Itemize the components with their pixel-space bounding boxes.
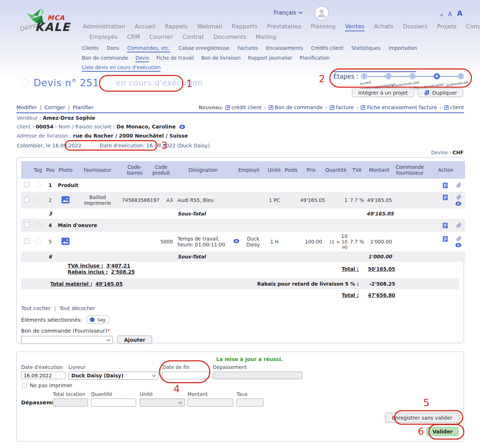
subnav-bon-de-commande[interactable]: Bon de commande	[82, 55, 128, 62]
subnav-clients[interactable]: Clients	[82, 45, 99, 52]
subnav-bon-de-livraison[interactable]: Bon de livraison	[201, 55, 241, 62]
attachment-icon[interactable]	[456, 182, 461, 188]
view-client-icon[interactable]	[179, 124, 185, 130]
new-bon-de-commande-link[interactable]: Bon de commande	[269, 104, 323, 110]
row-checkbox[interactable]	[24, 182, 29, 187]
taux-input[interactable]	[237, 399, 263, 407]
new-client-link[interactable]: client	[444, 104, 464, 110]
new-fiche-encaissement-link[interactable]: Fiche encaissement facture	[361, 104, 437, 110]
validate-button[interactable]: Valider	[427, 427, 459, 436]
app-logo[interactable]: MCA KALE Démo	[19, 7, 81, 37]
nav-dossiers[interactable]: Dossiers	[403, 23, 427, 31]
save-without-validate-button[interactable]: Enregistrer sans valider	[385, 413, 459, 423]
attachment-icon[interactable]	[456, 236, 461, 242]
adresse-value: rue du Rocher / 2000 Neuchâtel / Suisse	[73, 133, 188, 139]
nav-projets[interactable]: Projets	[437, 23, 457, 31]
new-facture-link[interactable]: facture	[330, 104, 354, 110]
modifier-link[interactable]: Modifier	[16, 104, 37, 110]
attachment-icon[interactable]	[456, 194, 461, 200]
row-quantite: 1	[323, 192, 349, 209]
photo-thumbnail-icon[interactable]	[62, 238, 70, 245]
avatar[interactable]	[314, 6, 329, 21]
row-detail-icon[interactable]	[443, 236, 448, 242]
subnav-planification[interactable]: Planification	[299, 55, 330, 62]
language-selector[interactable]: Français	[274, 9, 303, 16]
row-detail-icon[interactable]	[443, 182, 448, 189]
date-fin-input[interactable]	[162, 372, 209, 379]
check-all-link[interactable]: Tout cocher	[21, 305, 51, 311]
subnav-devis[interactable]: Devis	[135, 55, 149, 62]
nav-rapports[interactable]: Rapports	[231, 23, 257, 31]
planifier-link[interactable]: Planifier	[73, 104, 94, 110]
row-radio[interactable]	[35, 197, 41, 202]
top-buttons: Intégrer à un projet Dupliquer	[352, 88, 463, 97]
nav-courrier[interactable]: Courrier	[149, 34, 172, 41]
row-checkbox[interactable]	[24, 197, 29, 202]
font-size-small[interactable]: A	[440, 13, 443, 17]
nav-contrat[interactable]: Contrat	[182, 34, 204, 41]
attachment-icon[interactable]	[456, 222, 461, 228]
photo-thumbnail-icon[interactable]	[62, 196, 70, 203]
row-pos: 2	[44, 192, 57, 209]
nav-accueil[interactable]: Accueil	[135, 23, 155, 31]
nav-rappels[interactable]: Rappels	[165, 23, 188, 31]
row-detail-icon[interactable]	[443, 222, 448, 229]
subnav-fiche-de-travail[interactable]: Fiche de travail	[156, 55, 194, 62]
view-employee-icon[interactable]	[233, 239, 239, 245]
nav-achats[interactable]: Achats	[374, 23, 394, 31]
row-radio[interactable]	[35, 182, 41, 187]
montant-input[interactable]	[187, 399, 233, 407]
nav-webmail[interactable]: Webmail	[197, 23, 222, 31]
nav-prestataires[interactable]: Prestataires	[267, 23, 301, 31]
nav-crm[interactable]: CRM	[127, 34, 140, 41]
nav-administration[interactable]: Administration	[83, 23, 125, 31]
row-checkbox[interactable]	[24, 238, 29, 244]
row-radio[interactable]	[35, 238, 41, 244]
nav-documents[interactable]: Documents	[213, 34, 246, 41]
ne-pas-imprimer-row[interactable]: Ne pas imprimer	[22, 382, 72, 388]
ne-pas-imprimer-checkbox[interactable]	[22, 383, 27, 388]
subnav-credits-client[interactable]: Crédits client	[311, 45, 344, 52]
date-execution-input[interactable]: 16.09.2022	[21, 372, 66, 379]
view-icon[interactable]	[455, 201, 461, 206]
group-label: Produit	[57, 179, 232, 192]
subnav-liste-devis-en-cours[interactable]: Liste devis en cours d'exécution	[82, 64, 160, 72]
view-icon[interactable]	[455, 243, 461, 247]
row-radio[interactable]	[35, 222, 41, 227]
nav-ventes[interactable]: Ventes	[345, 23, 365, 31]
client-number: 00054	[36, 124, 53, 130]
integrate-project-button[interactable]: Intégrer à un projet	[352, 88, 414, 97]
nav-planning[interactable]: Planning	[311, 23, 336, 31]
nav-comptabilite[interactable]: Comptabilité	[466, 23, 480, 31]
corriger-link[interactable]: Corriger	[44, 104, 65, 110]
font-size-large[interactable]: A	[457, 9, 463, 17]
nav-mailing[interactable]: Mailing	[256, 34, 277, 41]
nav-employes[interactable]: Employés	[90, 34, 118, 41]
subnav-rapport-journalier[interactable]: Rapport journalier	[248, 55, 292, 62]
uncheck-all-link[interactable]: Tout décocher	[59, 305, 95, 311]
ajouter-button[interactable]: Ajouter	[117, 336, 152, 344]
bon-de-commande-select[interactable]	[21, 336, 113, 344]
new-item-icon	[444, 105, 449, 110]
row-checkbox[interactable]	[24, 222, 29, 227]
header-commande-fournisseur: Commande fournisseur	[393, 161, 427, 179]
tva-incluse-label: TVA incluse :	[68, 263, 103, 269]
duplicate-button[interactable]: Dupliquer	[418, 88, 463, 97]
subnav-commandes[interactable]: Commandes, etc.	[127, 45, 170, 52]
livreur-select[interactable]: Duck Daisy (Daisy)	[68, 372, 159, 380]
tag-button[interactable]: tag	[87, 316, 110, 324]
quantite-input[interactable]	[91, 399, 136, 407]
subnav-caisse[interactable]: Caisse enregistreuse	[178, 45, 230, 52]
subnav-dons[interactable]: Dons	[107, 45, 119, 52]
unite-select[interactable]	[140, 399, 185, 407]
table-row-group-produit: 1 Produit	[21, 179, 465, 192]
subnav-factures[interactable]: Factures	[238, 45, 258, 52]
subnav-statistiques[interactable]: Statistiques	[352, 45, 381, 52]
row-detail-icon[interactable]	[443, 194, 448, 201]
subnav-importation[interactable]: Importation	[388, 45, 417, 52]
row-designation: Temps de travail, heure: 01:00-11:00	[174, 232, 232, 251]
new-credit-client-link[interactable]: crédit client	[225, 104, 262, 110]
subnav-encaissements[interactable]: Encaissements	[266, 45, 303, 52]
row-pos: 5	[44, 232, 57, 251]
font-size-medium[interactable]: A	[448, 11, 452, 17]
